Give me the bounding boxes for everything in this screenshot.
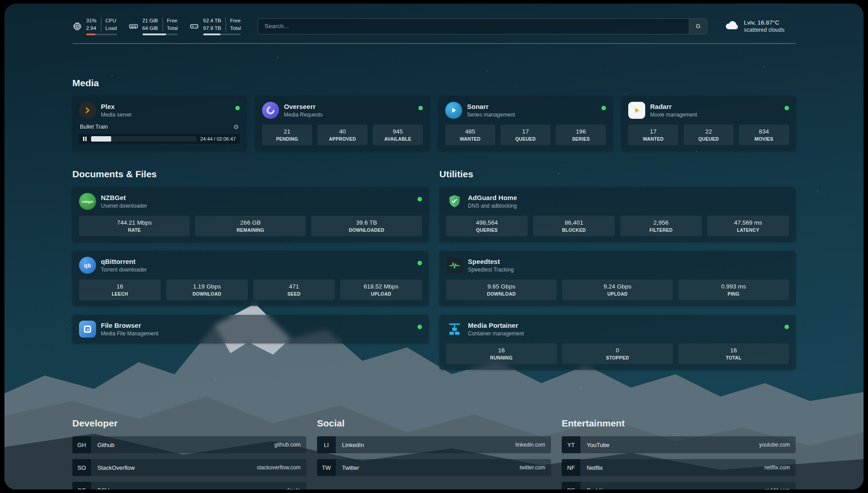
app-name: Radarr xyxy=(650,103,697,110)
portainer-crane-icon xyxy=(446,321,463,338)
app-subtitle: Series management xyxy=(467,112,515,118)
sonarr-card[interactable]: Sonarr Series management 485 WANTED xyxy=(438,96,613,151)
bookmark-abbr-badge: GH xyxy=(72,436,91,453)
speedtest-card[interactable]: Speedtest Speedtest Tracking 9.65 Gbps D… xyxy=(439,251,796,306)
radarr-card[interactable]: Radarr Movie management 17 WANTED 2 xyxy=(622,96,796,151)
plex-icon xyxy=(79,102,96,119)
nzbget-card[interactable]: nzbget NZBGet Usenet downloader 744.21 M… xyxy=(72,187,429,242)
stat-running: 16 RUNNING xyxy=(446,343,557,364)
bookmark-netflix[interactable]: NF Netflix netflix.com xyxy=(562,459,796,476)
stat-leech: 16 LEECH xyxy=(79,280,161,300)
overseerr-card[interactable]: Overseerr Media Requests 21 PENDING xyxy=(255,96,430,151)
section-title-documents: Documents & Files xyxy=(72,169,429,180)
section-title-social: Social xyxy=(317,418,551,429)
section-utilities: Utilities Ad xyxy=(439,169,796,379)
stat-total: 16 TOTAL xyxy=(678,343,789,364)
app-name: qBittorrent xyxy=(101,258,147,265)
app-subtitle: Media server xyxy=(101,112,132,118)
chip-icon xyxy=(72,21,82,31)
app-name: AdGuard Home xyxy=(468,194,517,201)
bookmark-abbr-badge: TW xyxy=(317,459,336,476)
memory-labels: Free Total xyxy=(163,17,178,32)
app-name: File Browser xyxy=(101,322,159,329)
bookmark-dev[interactable]: DT DEV dev.to xyxy=(72,482,306,489)
bookmark-reddit[interactable]: RE Reddit reddit.com xyxy=(562,482,796,489)
disk-widget: 52.4 TB 97.9 TB Free Total xyxy=(189,17,241,35)
cpu-percent: 31% xyxy=(86,17,96,25)
settings-gear-icon[interactable]: ⚙ xyxy=(233,123,239,130)
stat-wanted: 17 WANTED xyxy=(628,125,678,145)
playback-progress-bar[interactable] xyxy=(91,136,196,142)
bookmark-linkedin[interactable]: LI LinkedIn linkedin.com xyxy=(317,436,551,453)
stat-blocked: 86,401 BLOCKED xyxy=(533,216,615,236)
section-title-utilities: Utilities xyxy=(439,169,796,180)
section-media: Media Plex Media server xyxy=(72,78,796,151)
disk-labels: Free Total xyxy=(225,17,241,32)
filebrowser-card[interactable]: File Browser Media File Management xyxy=(72,315,429,343)
app-name: Overseerr xyxy=(284,103,323,110)
app-name: Plex xyxy=(101,103,132,110)
cpu-load-value: 2.94 xyxy=(86,25,96,32)
disk-meter xyxy=(203,33,241,35)
nzbget-icon: nzbget xyxy=(79,193,96,210)
bookmark-abbr-badge: LI xyxy=(317,436,336,453)
pause-button[interactable] xyxy=(82,136,88,142)
weather-location: Lviv, 16.87°C xyxy=(744,19,785,26)
header-divider xyxy=(72,43,796,44)
bookmark-twitter[interactable]: TW Twitter twitter.com xyxy=(317,459,551,476)
section-title-media: Media xyxy=(72,78,796,88)
qbittorrent-card[interactable]: qb qBittorrent Torrent downloader 16 LEE… xyxy=(72,251,429,306)
top-bar: 31% 2.94 CPU Load xyxy=(72,17,796,35)
memory-widget: 21 GiB 64 GiB Free Total xyxy=(129,17,178,35)
cpu-meter xyxy=(86,33,117,35)
stat-rate: 744.21 Mbps RATE xyxy=(79,216,190,236)
stat-approved: 40 APPROVED xyxy=(317,125,367,145)
app-name: Speedtest xyxy=(468,258,514,265)
status-online-dot xyxy=(785,106,789,110)
bookmark-youtube[interactable]: YT YouTube youtube.com xyxy=(562,436,796,453)
section-social: Social LI LinkedIn linkedin.com TW Twitt… xyxy=(317,418,551,489)
now-playing-title: Bullet Train xyxy=(80,124,108,130)
disk-total-value: 97.9 TB xyxy=(203,25,221,32)
bookmark-github[interactable]: GH Github github.com xyxy=(72,436,306,453)
bookmark-stackoverflow[interactable]: SO StackOverflow stackoverflow.com xyxy=(72,459,306,476)
bookmark-abbr-badge: SO xyxy=(72,459,91,476)
stat-ping: 0.993 ms PING xyxy=(678,280,789,300)
app-name: Sonarr xyxy=(467,103,515,110)
status-online-dot xyxy=(235,106,240,110)
search-input[interactable] xyxy=(258,19,689,34)
stat-downloaded: 39.6 TB DOWNLOADED xyxy=(311,216,422,236)
app-subtitle: Speedtest Tracking xyxy=(468,267,514,273)
filebrowser-icon xyxy=(79,321,96,338)
adguard-shield-icon xyxy=(446,193,463,210)
overseerr-icon xyxy=(262,102,279,119)
stat-queries: 498,564 QUERIES xyxy=(446,216,528,236)
stat-upload: 9.24 Gbps UPLOAD xyxy=(562,280,673,300)
app-subtitle: Movie management xyxy=(650,112,697,118)
app-name: Media Portainer xyxy=(468,322,524,329)
bookmark-abbr-badge: DT xyxy=(72,482,91,489)
plex-card[interactable]: Plex Media server Bullet Train ⚙ xyxy=(72,96,246,151)
stat-wanted: 485 WANTED xyxy=(445,125,495,145)
stat-latency: 47.569 ms LATENCY xyxy=(707,216,789,236)
stat-seed: 471 SEED xyxy=(253,280,335,300)
stat-pending: 21 PENDING xyxy=(262,125,312,145)
radarr-icon xyxy=(628,102,645,119)
adguard-card[interactable]: AdGuard Home DNS and adblocking 498,564 … xyxy=(439,187,796,242)
weather-condition: scattered clouds xyxy=(744,27,785,33)
search-provider-button[interactable]: G xyxy=(689,19,707,34)
cpu-labels: CPU Load xyxy=(101,17,117,32)
section-developer: Developer GH Github github.com SO StackO… xyxy=(72,418,306,489)
bookmark-abbr-badge: RE xyxy=(562,482,580,489)
section-documents: Documents & Files nzbget NZBGet Usenet d… xyxy=(72,169,429,352)
stat-series: 196 SERIES xyxy=(556,125,606,145)
section-title-entertainment: Entertainment xyxy=(562,418,796,429)
search-bar: G xyxy=(258,18,707,34)
status-online-dot xyxy=(418,106,423,110)
stat-download: 9.65 Gbps DOWNLOAD xyxy=(446,280,557,300)
snow-specks xyxy=(4,4,5,4)
portainer-card[interactable]: Media Portainer Container management 16 … xyxy=(439,315,796,370)
stat-available: 945 AVAILABLE xyxy=(373,125,423,145)
stat-remaining: 266 GB REMAINING xyxy=(195,216,306,236)
sonarr-icon xyxy=(445,102,462,119)
